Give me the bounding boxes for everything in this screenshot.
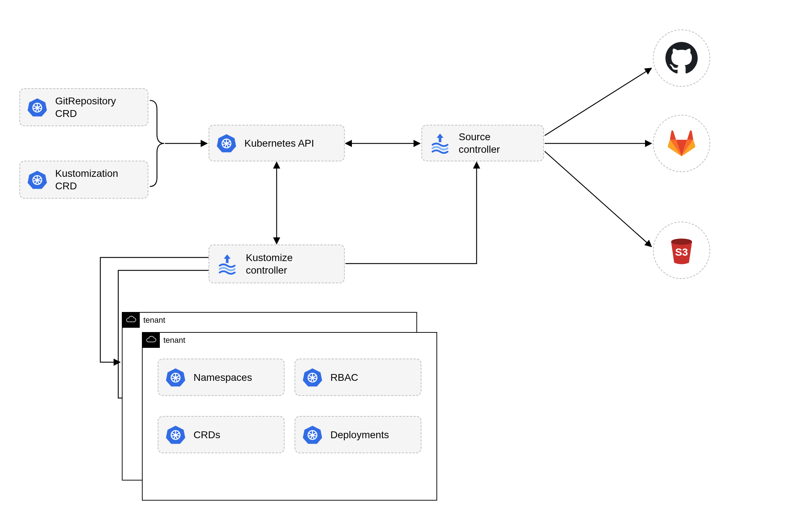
svg-point-63	[175, 434, 177, 436]
svg-point-32	[671, 238, 692, 245]
node-label: Namespaces	[194, 371, 252, 384]
node-crds: CRDs	[158, 416, 285, 453]
flux-icon	[216, 253, 238, 275]
node-label: KustomizationCRD	[55, 167, 118, 192]
tenant-tab-front	[142, 332, 160, 348]
svg-marker-31	[224, 255, 230, 263]
cloud-icon	[145, 336, 156, 344]
crd-bracket	[150, 100, 164, 186]
svg-point-19	[36, 179, 39, 181]
flux-icon	[429, 132, 451, 154]
svg-point-43	[175, 377, 177, 379]
kubernetes-icon	[302, 367, 323, 387]
svg-point-29	[225, 142, 228, 145]
edge-kustomize-to-source	[345, 162, 477, 264]
svg-point-9	[36, 107, 39, 109]
node-kustomize-controller: Kustomizecontroller	[209, 245, 345, 283]
s3-bucket-icon: S3	[666, 235, 697, 266]
node-label: GitRepositoryCRD	[55, 95, 116, 120]
gitlab-icon	[666, 128, 697, 159]
diagram-canvas: GitRepositoryCRD KustomizationCRD Kubern…	[0, 0, 812, 530]
node-kustomization-crd: KustomizationCRD	[19, 161, 148, 199]
kubernetes-icon	[27, 97, 47, 117]
tenant-label-front: tenant	[163, 336, 185, 345]
node-github	[653, 29, 710, 87]
node-gitrepository-crd: GitRepositoryCRD	[19, 88, 148, 126]
cloud-icon	[125, 316, 136, 324]
node-kubernetes-api: Kubernetes API	[209, 125, 345, 161]
node-label: Sourcecontroller	[459, 131, 500, 156]
kubernetes-icon	[27, 170, 47, 190]
svg-point-73	[311, 434, 314, 436]
tenant-tab-back	[122, 312, 140, 328]
node-label: RBAC	[330, 371, 358, 384]
node-namespaces: Namespaces	[158, 359, 285, 396]
kubernetes-icon	[216, 133, 237, 153]
github-icon	[665, 42, 698, 74]
svg-point-53	[311, 377, 314, 379]
node-deployments: Deployments	[295, 416, 421, 453]
edge-source-s3	[545, 151, 651, 247]
node-source-controller: Sourcecontroller	[421, 125, 544, 161]
node-rbac: RBAC	[295, 359, 421, 396]
kubernetes-icon	[166, 367, 186, 387]
kubernetes-icon	[166, 425, 186, 445]
node-s3: S3	[653, 222, 710, 279]
node-label: Deployments	[330, 429, 389, 441]
svg-marker-30	[436, 134, 443, 142]
edge-source-github	[545, 68, 651, 136]
node-label: CRDs	[194, 429, 220, 441]
tenant-label-back: tenant	[143, 316, 165, 325]
node-label: Kustomizecontroller	[246, 251, 293, 276]
svg-text:S3: S3	[675, 246, 688, 258]
node-gitlab	[653, 115, 710, 172]
kubernetes-icon	[302, 425, 323, 445]
node-label: Kubernetes API	[244, 137, 314, 150]
